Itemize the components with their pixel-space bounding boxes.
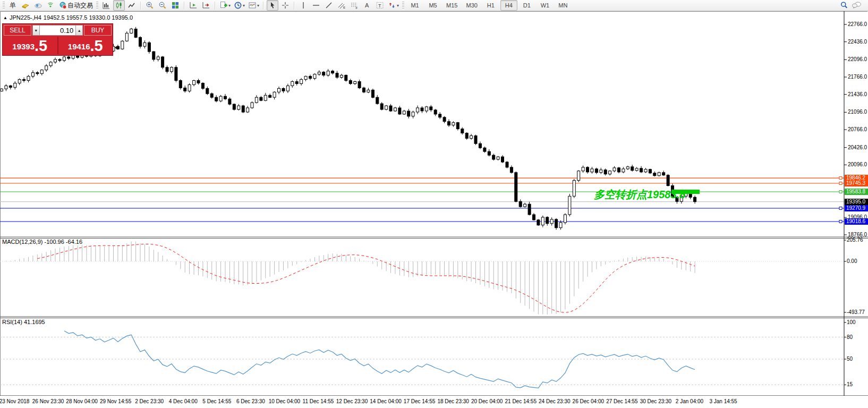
candle-body — [282, 88, 285, 91]
macd-name: MACD(12,26,9) — [2, 239, 42, 245]
volume-input[interactable] — [40, 25, 76, 36]
candle-body — [398, 108, 401, 114]
rsi-pane-label: RSI(14) 41.1695 — [2, 319, 45, 325]
candle-body — [134, 29, 137, 38]
candle-body — [251, 103, 253, 108]
sell-price-frac: .5 — [35, 38, 47, 54]
candle-body — [515, 173, 517, 201]
candle-body — [430, 107, 432, 110]
candle-body — [31, 73, 34, 76]
date-label: 26 Nov 23:30 — [32, 398, 64, 404]
candle-body — [148, 42, 150, 52]
candle-body — [591, 169, 593, 172]
candle-body — [121, 41, 124, 49]
candle-body — [483, 148, 486, 151]
candle-body — [188, 85, 191, 91]
rsi-value: 41.1695 — [24, 319, 45, 325]
time-scale[interactable]: 23 Nov 201826 Nov 23:3028 Nov 04:0029 No… — [0, 396, 868, 408]
sell-price[interactable]: 19393 .5 — [3, 37, 57, 54]
date-label: 10 Dec 04:00 — [269, 398, 301, 404]
candle-body — [242, 106, 244, 112]
chart-canvas[interactable] — [0, 0, 868, 408]
candle-body — [618, 168, 620, 172]
candle-body — [595, 169, 598, 173]
sell-button[interactable]: SELL — [4, 25, 31, 36]
candle-body — [130, 29, 133, 33]
volume-increase-button[interactable]: ▲ — [75, 25, 83, 36]
buy-button[interactable]: BUY — [84, 25, 112, 36]
candle-body — [36, 73, 39, 74]
candle-body — [474, 136, 477, 144]
candle-body — [662, 173, 665, 175]
date-label: 26 Dec 04:00 — [573, 398, 605, 404]
candle-body — [371, 90, 374, 97]
date-label: 3 Jan 14:55 — [709, 398, 737, 404]
candle-body — [291, 82, 294, 86]
candle-body — [58, 60, 61, 61]
candle-body — [295, 82, 298, 84]
candle-body — [604, 170, 607, 174]
price-tick-label: 20426.0 — [848, 144, 867, 150]
candle-body — [533, 215, 535, 220]
date-label: 30 Dec 23:30 — [640, 398, 672, 404]
candle-body — [488, 151, 490, 155]
candle-body — [45, 66, 48, 70]
candle-body — [640, 168, 643, 172]
panel-collapse-arrow-icon[interactable]: ◀ — [114, 45, 118, 50]
sell-price-int: 19393 — [12, 40, 35, 54]
candle-body — [40, 70, 43, 74]
volume-decrease-button[interactable]: ▼ — [32, 25, 40, 36]
candle-body — [568, 196, 571, 215]
line-handle[interactable] — [839, 182, 842, 185]
candle-body — [452, 123, 455, 125]
candle-body — [465, 133, 468, 139]
candle-body — [228, 99, 231, 104]
candle-body — [246, 108, 249, 112]
rsi-scale-label: 80 — [847, 334, 853, 340]
candle-body — [1, 89, 3, 91]
candle-body — [331, 71, 334, 73]
candle-body — [470, 136, 473, 139]
candle-body — [18, 80, 21, 83]
candle-body — [49, 62, 52, 66]
candle-body — [506, 162, 508, 167]
candle-body — [327, 71, 329, 75]
date-label: 29 Nov 14:55 — [100, 398, 132, 404]
line-handle[interactable] — [839, 207, 842, 210]
candle-body — [125, 33, 128, 41]
candle-body — [653, 173, 656, 176]
candle-body — [157, 57, 159, 60]
candle-body — [171, 67, 173, 72]
chart-symbol: JPN225-,H4 — [10, 14, 41, 21]
candle-body — [175, 67, 177, 81]
level-price-badge: 19583.8 — [845, 189, 868, 195]
candle-body — [501, 157, 504, 162]
candle-body — [492, 155, 495, 159]
candle-body — [407, 111, 410, 116]
candle-body — [644, 169, 647, 172]
candle-body — [550, 219, 553, 224]
candle-body — [694, 197, 696, 201]
date-label: 24 Dec 23:30 — [539, 398, 571, 404]
date-label: 2 Dec 23:30 — [135, 398, 164, 404]
macd-scale-label: 0.00 — [847, 258, 857, 264]
date-label: 17 Dec 14:55 — [404, 398, 436, 404]
candle-body — [264, 95, 267, 100]
candle-body — [600, 170, 602, 173]
candle-body — [139, 37, 142, 46]
line-handle[interactable] — [839, 191, 842, 193]
annotation-text[interactable]: 多空转折点19583.8 — [594, 188, 685, 202]
candle-body — [586, 167, 589, 172]
macd-scale-label: -493.77 — [847, 309, 865, 315]
buy-price[interactable]: 19416 .5 — [58, 37, 113, 54]
line-handle[interactable] — [839, 177, 842, 180]
rsi-name: RSI(14) — [2, 319, 22, 325]
candle-body — [309, 76, 312, 79]
candle-body — [340, 75, 343, 78]
line-handle[interactable] — [839, 220, 842, 223]
candle-body — [626, 167, 629, 169]
current-price-badge: 19395.0 — [845, 199, 868, 205]
candle-body — [166, 67, 168, 72]
candle-body — [403, 111, 405, 114]
buy-price-frac: .5 — [90, 38, 103, 54]
